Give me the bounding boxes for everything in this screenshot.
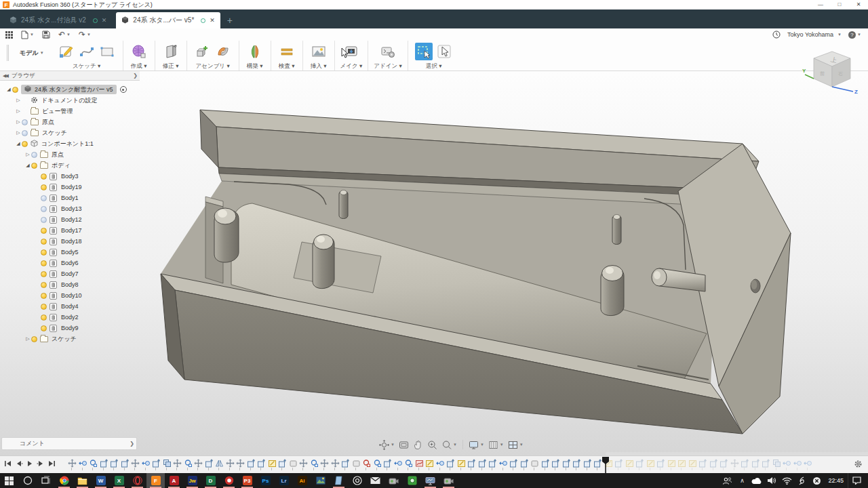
visibility-bulb-icon[interactable] [31,163,37,169]
tray-wifi-icon[interactable] [779,473,794,488]
lookat-icon[interactable] [399,440,409,450]
location-selector[interactable]: Tokyo Yokohama [787,31,833,38]
timeline-feature-icon[interactable] [89,458,98,467]
timeline-feature-icon[interactable] [320,458,329,467]
timeline-feature-icon[interactable] [667,458,676,467]
taskbar-gom-icon[interactable] [348,473,366,488]
tree-item-Body6[interactable]: Body6 [0,258,140,268]
expand-collapsed-icon[interactable]: ▷ [15,130,22,136]
workspace-selector[interactable]: モデル▼ [13,43,51,63]
timeline-feature-icon[interactable] [730,458,739,467]
timeline-feature-icon[interactable] [635,458,644,467]
scripts-icon[interactable] [379,43,397,60]
viewcube-front-label[interactable]: 前 [820,71,825,76]
visibility-bulb-icon[interactable] [22,130,28,136]
tree-item-原点[interactable]: ▷原点 [0,149,140,160]
timeline-feature-icon[interactable] [698,458,707,467]
expand-expanded-icon[interactable]: ◢ [5,87,12,92]
timeline-feature-icon[interactable] [341,458,350,467]
timeline-feature-icon[interactable] [656,458,665,467]
tree-item-Body5[interactable]: Body5 [0,247,140,258]
taskbar-start-icon[interactable] [0,473,18,488]
zoom-icon[interactable] [427,440,437,450]
taskbar-app-D-icon[interactable]: D [201,473,220,488]
timeline-feature-icon[interactable] [499,458,508,467]
timeline-feature-icon[interactable] [762,458,770,467]
step-back-button[interactable] [15,460,23,468]
ribbon-group-label[interactable]: 構築 ▾ [247,62,263,70]
ribbon-group-label[interactable]: 検査 ▾ [279,62,295,70]
select-arrow-icon[interactable] [435,43,453,60]
press-pull-icon[interactable] [162,43,180,60]
collapse-panel-icon[interactable]: ◀◀ [3,73,7,79]
tree-item-Body12[interactable]: Body12 [0,214,140,225]
timeline-feature-icon[interactable] [173,458,182,467]
taskbar-camera-icon[interactable] [439,473,458,488]
timeline-feature-icon[interactable] [625,458,634,467]
new-tab-button[interactable]: + [227,15,233,28]
viewcube-right-label[interactable]: 右 [838,71,843,77]
visibility-bulb-icon[interactable] [41,293,47,299]
action-center-icon[interactable] [848,473,865,488]
timeline-feature-icon[interactable] [741,458,749,467]
visibility-bulb-icon[interactable] [41,217,47,223]
taskbar-displayapp-icon[interactable] [421,473,439,488]
timeline-feature-icon[interactable] [793,458,802,467]
rectangle-icon[interactable] [98,43,116,60]
timeline-feature-icon[interactable] [783,458,791,467]
timeline-feature-icon[interactable] [572,458,581,467]
timeline-feature-icon[interactable] [404,458,413,467]
timeline-feature-icon[interactable] [184,458,193,467]
visibility-bulb-icon[interactable] [22,119,28,125]
tree-item-コンポーネント1:1[interactable]: ◢コンポーネント1:1 [0,138,140,149]
tree-item-Body3[interactable]: Body3 [0,171,140,182]
tree-item-Body10[interactable]: Body10 [0,290,140,301]
ribbon-group-label[interactable]: 選択 ▾ [426,62,442,70]
timeline-feature-icon[interactable] [425,458,434,467]
timeline-feature-icon[interactable] [278,458,287,467]
document-tab-active[interactable]: 24系 水タ...バー v5* ✕ [116,12,220,28]
tree-item-ドキュメントの設定[interactable]: ▷ドキュメントの設定 [0,95,140,106]
timeline-feature-icon[interactable] [562,458,571,467]
fit-icon[interactable]: ▼ [441,440,457,450]
visibility-bulb-icon[interactable] [31,336,37,342]
insert-image-icon[interactable] [310,43,328,60]
visibility-bulb-icon[interactable] [41,282,47,288]
timeline-feature-icon[interactable] [751,458,760,467]
step-forward-button[interactable] [37,460,45,468]
timeline-feature-icon[interactable] [142,458,151,467]
taskbar-redapp-icon[interactable] [220,473,238,488]
gridset-icon[interactable]: ▼ [488,440,504,450]
visibility-bulb-icon[interactable] [41,314,47,321]
ribbon-group-label[interactable]: アセンブリ ▾ [196,62,230,70]
ribbon-group-label[interactable]: アドイン ▾ [374,62,401,70]
timeline-feature-icon[interactable] [68,458,77,467]
timeline-feature-icon[interactable] [299,458,308,467]
visibility-bulb-icon[interactable] [41,249,47,256]
visibility-bulb-icon[interactable] [41,260,47,266]
document-tab[interactable]: 24系 水タ...付治具 v2 ✕ [4,12,112,28]
timeline-feature-icon[interactable] [551,458,560,467]
ribbon-group-label[interactable]: スケッチ ▾ [73,62,100,70]
timeline-feature-icon[interactable] [268,458,277,467]
expand-collapsed-icon[interactable]: ▷ [15,108,22,114]
taskbar-app-Ai-icon[interactable]: Ai [293,473,311,488]
tree-item-ボディ[interactable]: ◢ボディ [0,160,140,171]
taskbar-camera-icon[interactable] [384,473,403,488]
panel-resize-icon[interactable]: ❯ [133,73,138,79]
timeline-feature-icon[interactable] [131,458,140,467]
tree-item-原点[interactable]: ▷原点 [0,117,140,127]
taskbar-app-F-icon[interactable]: F [146,473,165,488]
tree-item-Body2[interactable]: Body2 [0,312,140,323]
ribbon-group-label[interactable]: 修正 ▾ [163,62,179,70]
timeline-feature-icon[interactable] [110,458,119,467]
taskbar-photos-icon[interactable] [311,473,330,488]
activate-component-radio[interactable] [120,86,127,93]
visibility-bulb-icon[interactable] [12,87,18,93]
taskbar-cortana-icon[interactable] [18,473,37,488]
taskbar-app-X-icon[interactable]: X [110,473,128,488]
timeline-feature-icon[interactable] [478,458,487,467]
go-to-end-button[interactable] [47,460,56,468]
visibility-bulb-icon[interactable] [41,174,47,180]
timeline-feature-icon[interactable] [446,458,455,467]
